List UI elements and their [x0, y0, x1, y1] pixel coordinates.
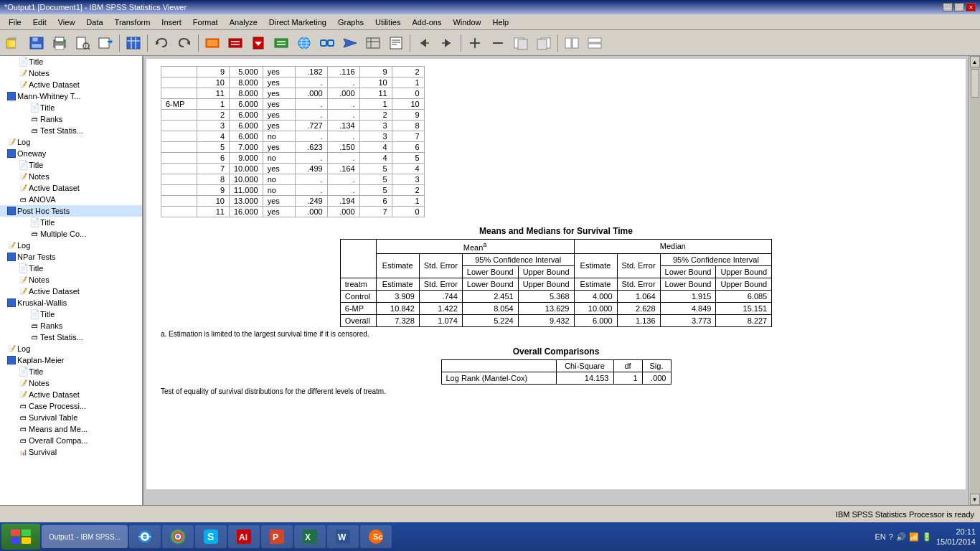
- taskbar-word[interactable]: W: [327, 525, 359, 548]
- outline-mw-teststats[interactable]: 🗃 Test Statis...: [0, 125, 142, 136]
- outline-km-caseproc[interactable]: 🗃 Case Processi...: [0, 400, 142, 412]
- outline-km-active[interactable]: 📝 Active Dataset: [0, 389, 142, 400]
- outline-ph-title[interactable]: 📄 Title: [0, 217, 142, 228]
- battery-icon[interactable]: 🔋: [922, 532, 932, 542]
- outline-km-overall[interactable]: 🗃 Overall Compa...: [0, 435, 142, 446]
- outline-km-means[interactable]: 🗃 Means and Me...: [0, 423, 142, 435]
- menu-graphs[interactable]: Graphs: [332, 17, 369, 28]
- outline-kw-title[interactable]: 📄 Title: [0, 309, 142, 320]
- outline-oneway[interactable]: Oneway: [0, 148, 142, 159]
- toolbar-btn-send[interactable]: [339, 32, 361, 54]
- taskbar-powerpoint[interactable]: P: [261, 525, 293, 548]
- volume-icon[interactable]: 🔊: [896, 532, 906, 542]
- outline-kruskal[interactable]: Kruskal-Wallis: [0, 297, 142, 309]
- menu-format[interactable]: Format: [187, 17, 224, 28]
- toolbar-preview[interactable]: [72, 32, 93, 54]
- taskbar-spss[interactable]: Output1 - IBM SPSS...: [42, 525, 128, 548]
- outline-km-notes[interactable]: 📝 Notes: [0, 377, 142, 389]
- toolbar-btn-link[interactable]: [316, 32, 338, 54]
- toolbar-plus[interactable]: [464, 32, 486, 54]
- toolbar-back[interactable]: [413, 32, 435, 54]
- outline-km-title[interactable]: 📄 Title: [0, 366, 142, 377]
- outline-kaplan[interactable]: Kaplan-Meier: [0, 354, 142, 366]
- menu-insert[interactable]: Insert: [156, 17, 187, 28]
- toolbar-save[interactable]: [26, 32, 47, 54]
- outline-anova[interactable]: 🗃 ANOVA: [0, 194, 142, 205]
- outline-ow-title[interactable]: 📄 Title: [0, 159, 142, 171]
- toolbar-page-next[interactable]: [533, 32, 555, 54]
- menu-add-ons[interactable]: Add-ons: [406, 17, 447, 28]
- start-button[interactable]: [1, 524, 40, 550]
- minimize-button[interactable]: —: [943, 3, 953, 11]
- outline-ow-active[interactable]: 📝 Active Dataset: [0, 182, 142, 194]
- help-icon[interactable]: ?: [889, 532, 893, 541]
- outline-mw-ranks[interactable]: 🗃 Ranks: [0, 113, 142, 125]
- scroll-track[interactable]: [970, 67, 980, 494]
- scroll-down-button[interactable]: ▼: [970, 494, 980, 505]
- taskbar-excel[interactable]: X: [294, 525, 326, 548]
- outline-notes[interactable]: 📝 Notes: [0, 67, 142, 79]
- outline-mw-title[interactable]: 📄 Title: [0, 102, 142, 113]
- maximize-button[interactable]: □: [954, 3, 964, 11]
- outline-np-notes[interactable]: 📝 Notes: [0, 274, 142, 286]
- close-button[interactable]: ✕: [966, 3, 976, 11]
- scroll-up-button[interactable]: ▲: [970, 56, 980, 67]
- menu-utilities[interactable]: Utilities: [369, 17, 406, 28]
- toolbar-undo[interactable]: [151, 32, 172, 54]
- network-icon[interactable]: 📶: [909, 532, 919, 542]
- menu-help[interactable]: Help: [487, 17, 515, 28]
- toolbar-btn-down[interactable]: [248, 32, 269, 54]
- toolbar-data-editor[interactable]: [123, 32, 144, 54]
- outline-log3[interactable]: 📝 Log: [0, 343, 142, 354]
- toolbar-page-prev[interactable]: [510, 32, 532, 54]
- outline-log2[interactable]: 📝 Log: [0, 240, 142, 251]
- taskbar-app2[interactable]: Sc: [360, 525, 392, 548]
- outline-npar[interactable]: NPar Tests: [0, 251, 142, 263]
- outline-title[interactable]: 📄 Title: [0, 56, 142, 67]
- taskbar-ie[interactable]: [129, 525, 161, 548]
- outline-np-title[interactable]: 📄 Title: [0, 263, 142, 274]
- toolbar-btn-green[interactable]: [270, 32, 292, 54]
- taskbar-chrome[interactable]: [162, 525, 194, 548]
- outline-kw-title-label: Title: [40, 310, 55, 319]
- menu-analyze[interactable]: Analyze: [224, 17, 263, 28]
- taskbar-skype[interactable]: S: [195, 525, 227, 548]
- taskbar-clock[interactable]: 20:11 15/01/2014: [936, 527, 976, 547]
- vertical-scrollbar[interactable]: ▲ ▼: [969, 56, 980, 505]
- scroll-thumb[interactable]: [971, 69, 979, 98]
- outline-kw-teststats[interactable]: 🗃 Test Statis...: [0, 331, 142, 343]
- toolbar-open[interactable]: [3, 32, 24, 54]
- toolbar-split-view[interactable]: [561, 32, 583, 54]
- menu-transform[interactable]: Transform: [109, 17, 156, 28]
- outline-posthoc[interactable]: Post Hoc Tests: [0, 205, 142, 217]
- toolbar-print[interactable]: [49, 32, 70, 54]
- outline-kw-ranks[interactable]: 🗃 Ranks: [0, 320, 142, 331]
- toolbar-minus[interactable]: [487, 32, 509, 54]
- toolbar-forward[interactable]: [436, 32, 458, 54]
- menu-view[interactable]: View: [52, 17, 81, 28]
- toolbar-split-horiz[interactable]: [584, 32, 606, 54]
- outline-km-overall-label: Overall Compa...: [29, 436, 88, 445]
- menu-data[interactable]: Data: [80, 17, 108, 28]
- outline-km-survival-table[interactable]: 🗃 Survival Table: [0, 412, 142, 423]
- outline-ow-notes[interactable]: 📝 Notes: [0, 171, 142, 182]
- toolbar-btn-table2[interactable]: [362, 32, 384, 54]
- taskbar-acrobat[interactable]: Ai: [228, 525, 260, 548]
- toolbar-btn-red1[interactable]: [202, 32, 223, 54]
- outline-km-survival-chart[interactable]: 📊 Survival: [0, 446, 142, 458]
- toolbar-redo[interactable]: [174, 32, 195, 54]
- toolbar-export[interactable]: [95, 32, 116, 54]
- menu-direct-marketing[interactable]: Direct Marketing: [263, 17, 332, 28]
- menu-window[interactable]: Window: [447, 17, 486, 28]
- menu-file[interactable]: File: [3, 17, 27, 28]
- outline-np-active[interactable]: 📝 Active Dataset: [0, 286, 142, 297]
- toolbar-btn-report[interactable]: [385, 32, 407, 54]
- outline-active-dataset[interactable]: 📝 Active Dataset: [0, 79, 142, 90]
- toolbar-btn-red2[interactable]: [225, 32, 246, 54]
- menu-edit[interactable]: Edit: [27, 17, 52, 28]
- outline-log1[interactable]: 📝 Log: [0, 136, 142, 148]
- outline-mann-whitney[interactable]: Mann-Whitney T...: [0, 90, 142, 102]
- content-area[interactable]: 9 5.000 yes .182 .116 9 2 10 8.000 yes .: [143, 56, 969, 505]
- toolbar-btn-globe[interactable]: [293, 32, 315, 54]
- outline-ph-multiple[interactable]: 🗃 Multiple Co...: [0, 228, 142, 240]
